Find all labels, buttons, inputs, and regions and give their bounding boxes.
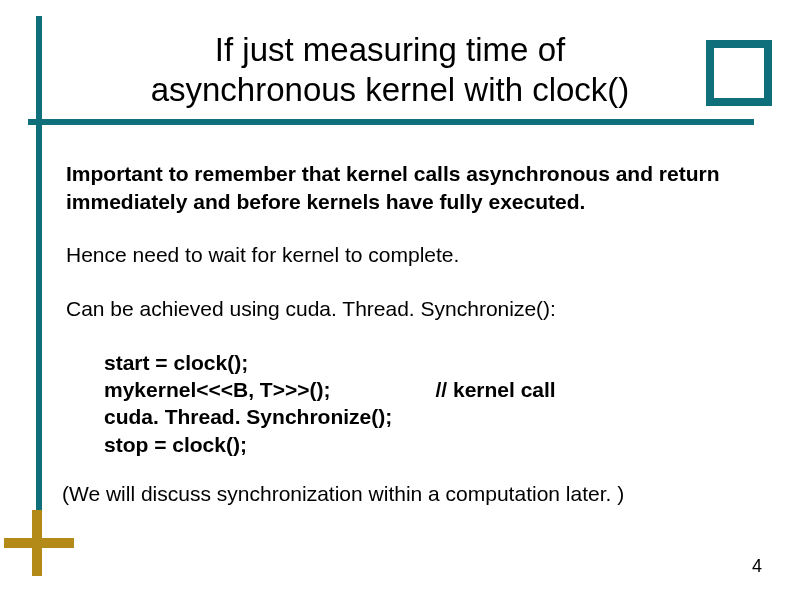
cross-decoration-vertical <box>32 510 42 576</box>
title-line-2: asynchronous kernel with clock() <box>151 71 630 108</box>
code-line-3: cuda. Thread. Synchronize(); <box>104 403 746 430</box>
slide-title: If just measuring time of asynchronous k… <box>60 30 720 109</box>
achieved-note: Can be achieved using cuda. Thread. Sync… <box>66 295 746 323</box>
closing-note: (We will discuss synchronization within … <box>62 482 746 506</box>
title-line-1: If just measuring time of <box>215 31 565 68</box>
slide-body: Important to remember that kernel calls … <box>66 160 746 506</box>
title-underline <box>28 119 754 125</box>
page-number: 4 <box>752 556 762 577</box>
corner-decoration-inner <box>714 48 764 98</box>
code-line-4: stop = clock(); <box>104 431 746 458</box>
important-note: Important to remember that kernel calls … <box>66 160 746 215</box>
left-accent-bar <box>36 16 42 556</box>
slide: If just measuring time of asynchronous k… <box>0 0 794 595</box>
code-line-1: start = clock(); <box>104 349 746 376</box>
hence-note: Hence need to wait for kernel to complet… <box>66 241 746 269</box>
code-block: start = clock(); mykernel<<<B, T>>>(); /… <box>104 349 746 458</box>
code-line-2: mykernel<<<B, T>>>(); // kernel call <box>104 376 746 403</box>
